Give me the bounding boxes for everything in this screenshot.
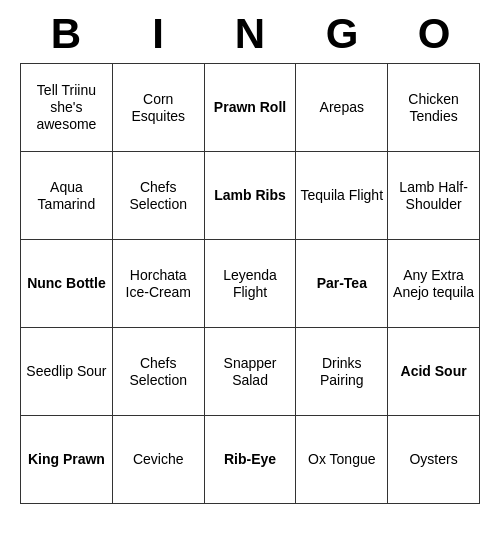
grid-cell-0-0: Tell Triinu she's awesome xyxy=(21,64,113,152)
grid-cell-4-1: Ceviche xyxy=(112,416,204,504)
grid-cell-4-3: Ox Tongue xyxy=(296,416,388,504)
grid-row-4: King PrawnCevicheRib-EyeOx TongueOysters xyxy=(21,416,480,504)
grid-cell-1-3: Tequila Flight xyxy=(296,152,388,240)
grid-cell-3-3: Drinks Pairing xyxy=(296,328,388,416)
grid-cell-1-2: Lamb Ribs xyxy=(204,152,296,240)
grid-cell-0-1: Corn Esquites xyxy=(112,64,204,152)
bingo-header: BINGO xyxy=(20,0,480,63)
grid-cell-3-0: Seedlip Sour xyxy=(21,328,113,416)
grid-cell-4-2: Rib-Eye xyxy=(204,416,296,504)
grid-cell-3-4: Acid Sour xyxy=(388,328,480,416)
grid-cell-1-1: Chefs Selection xyxy=(112,152,204,240)
bingo-letter-o: O xyxy=(390,10,478,58)
grid-cell-2-2: Leyenda Flight xyxy=(204,240,296,328)
bingo-grid: Tell Triinu she's awesomeCorn EsquitesPr… xyxy=(20,63,480,504)
grid-cell-0-2: Prawn Roll xyxy=(204,64,296,152)
grid-cell-4-4: Oysters xyxy=(388,416,480,504)
bingo-letter-b: B xyxy=(22,10,110,58)
bingo-letter-i: I xyxy=(114,10,202,58)
bingo-letter-n: N xyxy=(206,10,294,58)
grid-cell-2-4: Any Extra Anejo tequila xyxy=(388,240,480,328)
grid-cell-2-1: Horchata Ice-Cream xyxy=(112,240,204,328)
grid-row-1: Aqua TamarindChefs SelectionLamb RibsTeq… xyxy=(21,152,480,240)
grid-cell-4-0: King Prawn xyxy=(21,416,113,504)
grid-row-2: Nunc BottleHorchata Ice-CreamLeyenda Fli… xyxy=(21,240,480,328)
grid-row-3: Seedlip SourChefs SelectionSnapper Salad… xyxy=(21,328,480,416)
grid-cell-0-3: Arepas xyxy=(296,64,388,152)
grid-cell-2-0: Nunc Bottle xyxy=(21,240,113,328)
grid-row-0: Tell Triinu she's awesomeCorn EsquitesPr… xyxy=(21,64,480,152)
grid-cell-3-1: Chefs Selection xyxy=(112,328,204,416)
bingo-letter-g: G xyxy=(298,10,386,58)
grid-cell-3-2: Snapper Salad xyxy=(204,328,296,416)
grid-cell-0-4: Chicken Tendies xyxy=(388,64,480,152)
grid-cell-1-0: Aqua Tamarind xyxy=(21,152,113,240)
grid-cell-2-3: Par-Tea xyxy=(296,240,388,328)
grid-cell-1-4: Lamb Half-Shoulder xyxy=(388,152,480,240)
